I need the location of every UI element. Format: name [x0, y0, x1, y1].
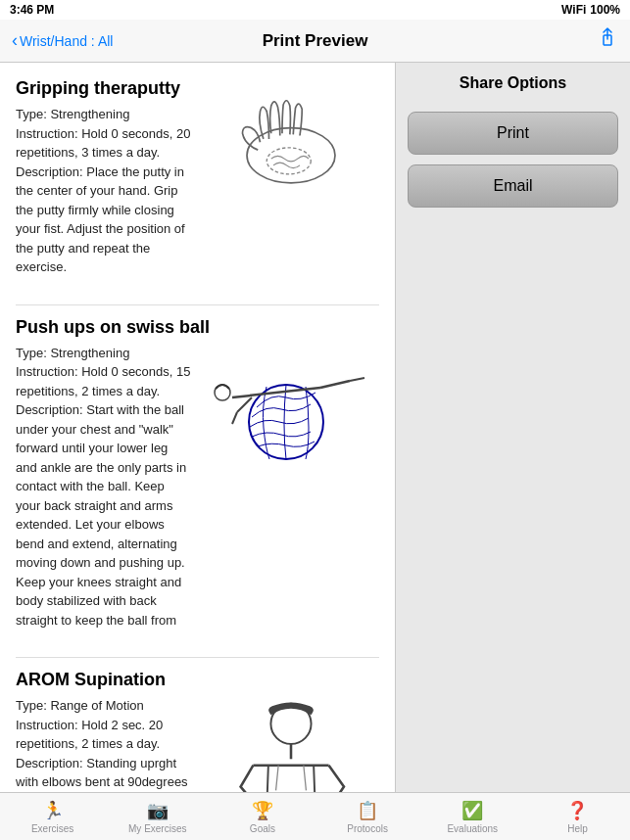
tab-my-exercises-label: My Exercises	[128, 823, 186, 834]
exercise-details-3: Type: Range of Motion Instruction: Hold …	[16, 696, 191, 792]
exercise-block-1: Gripping theraputty Type: Strengthening …	[16, 78, 379, 277]
exercise-title-3: AROM Supination	[16, 670, 379, 690]
tab-protocols[interactable]: 📋 Protocols	[315, 793, 420, 840]
exercise-type-2: Type: Strengthening	[16, 344, 191, 363]
exercise-details-1: Type: Strengthening Instruction: Hold 0 …	[16, 105, 191, 277]
goals-icon: 🏆	[252, 800, 273, 821]
tab-help-label: Help	[567, 823, 588, 834]
exercise-instruction-3: Instruction: Hold 2 sec. 20 repetitions,…	[16, 716, 191, 754]
tab-bar: 🏃 Exercises 📷 My Exercises 🏆 Goals 📋 Pro…	[0, 792, 630, 840]
tab-help[interactable]: ❓ Help	[525, 793, 630, 840]
protocols-icon: 📋	[357, 800, 378, 821]
email-button[interactable]: Email	[408, 164, 618, 208]
status-battery: 100%	[590, 3, 620, 17]
exercise-description-2: Description: Start with the ball under y…	[16, 400, 191, 630]
share-panel-title: Share Options	[408, 74, 618, 100]
navigation-bar: ‹ Wrist/Hand : All Print Preview	[0, 20, 630, 63]
tab-exercises[interactable]: 🏃 Exercises	[0, 793, 105, 840]
status-right: WiFi 100%	[561, 3, 620, 17]
tab-evaluations[interactable]: ✅ Evaluations	[420, 793, 525, 840]
tab-protocols-label: Protocols	[347, 823, 388, 834]
exercise-title-1: Gripping theraputty	[16, 78, 191, 99]
exercise-block-3: AROM Supination Type: Range of Motion In…	[16, 670, 379, 792]
back-label: Wrist/Hand : All	[20, 33, 113, 49]
exercise-type-1: Type: Strengthening	[16, 105, 191, 124]
share-panel: Share Options Print Email	[395, 63, 630, 792]
exercise-text-3: Type: Range of Motion Instruction: Hold …	[16, 696, 191, 792]
exercise-row-2: Type: Strengthening Instruction: Hold 0 …	[16, 344, 379, 630]
status-time: 3:46 PM	[10, 3, 54, 17]
exercise-text-2: Type: Strengthening Instruction: Hold 0 …	[16, 344, 191, 630]
exercise-text-1: Gripping theraputty Type: Strengthening …	[16, 78, 191, 277]
evaluations-icon: ✅	[461, 800, 483, 821]
exercise-title-2: Push ups on swiss ball	[16, 317, 379, 338]
tab-goals-label: Goals	[250, 823, 275, 834]
my-exercises-icon: 📷	[147, 800, 169, 821]
exercise-type-3: Type: Range of Motion	[16, 696, 191, 716]
exercise-row-3: Type: Range of Motion Instruction: Hold …	[16, 696, 379, 792]
exercise-instruction-1: Instruction: Hold 0 seconds, 20 repetiti…	[16, 124, 191, 163]
status-left: 3:46 PM	[10, 3, 54, 17]
exercises-icon: 🏃	[42, 800, 64, 821]
divider-1	[16, 304, 379, 305]
status-bar: 3:46 PM WiFi 100%	[0, 0, 630, 20]
exercise-description-1: Description: Place the putty in the cent…	[16, 163, 191, 277]
exercise-row-1: Gripping theraputty Type: Strengthening …	[16, 78, 379, 277]
tab-my-exercises[interactable]: 📷 My Exercises	[105, 793, 210, 840]
exercise-image-2	[203, 344, 379, 471]
exercise-image-3	[203, 696, 379, 792]
back-chevron-icon: ‹	[12, 30, 18, 51]
back-button[interactable]: ‹ Wrist/Hand : All	[12, 30, 113, 51]
tab-goals[interactable]: 🏆 Goals	[210, 793, 315, 840]
exercise-description-3: Description: Standing uprght with elbows…	[16, 754, 191, 793]
help-icon: ❓	[566, 800, 588, 821]
exercise-details-2: Type: Strengthening Instruction: Hold 0 …	[16, 344, 191, 630]
svg-point-1	[247, 128, 335, 183]
status-signal: WiFi	[561, 3, 586, 17]
exercise-instruction-2: Instruction: Hold 0 seconds, 15 repetiti…	[16, 362, 191, 400]
print-preview[interactable]: Gripping theraputty Type: Strengthening …	[0, 63, 395, 792]
main-content: Gripping theraputty Type: Strengthening …	[0, 63, 630, 792]
print-button[interactable]: Print	[408, 112, 618, 155]
nav-title: Print Preview	[263, 31, 368, 51]
tab-exercises-label: Exercises	[31, 823, 73, 834]
share-icon[interactable]	[597, 27, 618, 55]
exercise-block-2: Push ups on swiss ball Type: Strengtheni…	[16, 317, 379, 630]
divider-2	[16, 657, 379, 658]
tab-evaluations-label: Evaluations	[447, 823, 498, 834]
exercise-image-1	[203, 78, 379, 210]
